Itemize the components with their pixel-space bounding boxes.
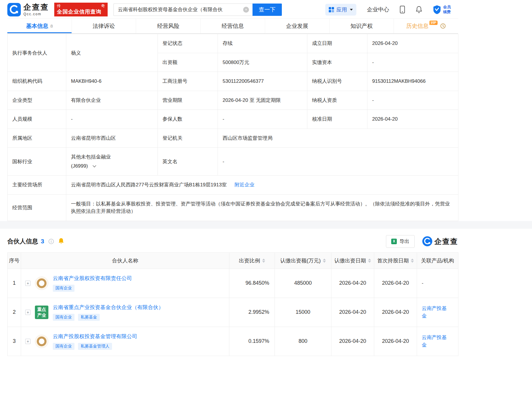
export-button[interactable]: X 导出 bbox=[386, 235, 415, 248]
partner-subscribe-date: 2026-04-20 bbox=[331, 269, 374, 298]
sort-icon[interactable] bbox=[411, 259, 414, 263]
value-capital: 500800万元 bbox=[218, 53, 307, 72]
value-business-scope: 一般项目：以私募基金从事股权投资、投资管理、资产管理等活动（须在中国证券投资基金… bbox=[66, 194, 458, 221]
partner-seq: 1 bbox=[8, 269, 21, 298]
sort-icon[interactable] bbox=[262, 259, 265, 263]
label-executive-partner: 执行事务合伙人 bbox=[8, 34, 66, 72]
caret-down-icon bbox=[350, 9, 353, 11]
value-insured-count: - bbox=[218, 110, 307, 129]
logo-text: 重点 bbox=[37, 306, 46, 312]
section-tabs: 基本信息 8 法律诉讼 经营风险 经营信息 企业发展 知识产权 历史信息 VIP bbox=[7, 18, 458, 34]
excel-icon: X bbox=[391, 239, 397, 244]
value-english-name: - bbox=[218, 148, 458, 176]
partner-name-link[interactable]: 云南产投股权投资基金管理有限公司 bbox=[53, 333, 137, 340]
label-english-name: 英文名 bbox=[158, 148, 218, 176]
tab-label: 企业发展 bbox=[286, 22, 308, 30]
search-input[interactable] bbox=[113, 4, 253, 16]
partner-ratio: 2.9952% bbox=[229, 298, 275, 327]
related-fund-link[interactable]: 云南产投基金 bbox=[422, 306, 447, 319]
value-registration-authority: 西山区市场监督管理局 bbox=[218, 129, 458, 148]
expand-button[interactable]: + bbox=[25, 339, 31, 344]
label-business-term: 营业期限 bbox=[158, 91, 218, 110]
tab-operation-risk[interactable]: 经营风险 bbox=[136, 19, 201, 33]
info-icon[interactable] bbox=[48, 239, 54, 244]
brand-name: 企查查 bbox=[23, 3, 49, 11]
promo-banner[interactable]: 传 奇 全国企业信用查询 bbox=[54, 3, 108, 16]
tab-history-info[interactable]: 历史信息 VIP bbox=[394, 19, 458, 33]
label-registration-no: 工商注册号 bbox=[158, 72, 218, 91]
phone-icon[interactable] bbox=[400, 6, 405, 14]
sort-icon[interactable] bbox=[323, 259, 326, 263]
expand-button[interactable]: + bbox=[25, 310, 31, 315]
export-label: 导出 bbox=[399, 238, 409, 245]
partner-related: - bbox=[417, 269, 458, 298]
sort-icon[interactable] bbox=[368, 259, 371, 263]
industry-name: 其他未包括金融业 bbox=[71, 153, 153, 161]
partner-logo[interactable]: 重点 产业 bbox=[35, 306, 48, 319]
section-divider bbox=[0, 221, 532, 229]
label-region: 所属地区 bbox=[8, 129, 66, 148]
label-taxpayer-id: 纳税人识别号 bbox=[307, 72, 367, 91]
app-menu[interactable]: 应用 bbox=[325, 4, 356, 16]
partner-name-link[interactable]: 云南省重点产业投资基金合伙企业（有限合伙） bbox=[53, 304, 164, 311]
value-company-type: 有限合伙企业 bbox=[66, 91, 158, 110]
tag-private-fund[interactable]: 私募基金 bbox=[78, 314, 100, 321]
vip-label-line1: 会员 bbox=[443, 5, 451, 10]
tab-label: 基本信息 bbox=[26, 22, 48, 30]
qcc-mini-icon bbox=[422, 236, 432, 246]
value-registration-status: 存续 bbox=[218, 34, 307, 53]
tab-intellectual-property[interactable]: 知识产权 bbox=[330, 19, 394, 33]
tab-count: 8 bbox=[50, 23, 53, 28]
tab-basic-info[interactable]: 基本信息 8 bbox=[7, 19, 72, 33]
value-establish-date: 2026-04-20 bbox=[367, 34, 458, 53]
value-taxpayer-qualification: - bbox=[367, 91, 458, 110]
tag-state-owned[interactable]: 国有企业 bbox=[53, 343, 74, 350]
related-fund-link[interactable]: 云南产投基金 bbox=[422, 335, 447, 348]
partner-logo[interactable] bbox=[35, 335, 48, 348]
expand-button[interactable]: + bbox=[25, 281, 31, 286]
logo-text: 产业 bbox=[37, 312, 46, 318]
enterprise-center-link[interactable]: 企业中心 bbox=[367, 6, 389, 14]
value-region: 云南省昆明市西山区 bbox=[66, 129, 158, 148]
clock-icon bbox=[440, 23, 446, 29]
vip-badge: VIP bbox=[429, 21, 438, 25]
partner-seq: 2 bbox=[8, 298, 21, 327]
tag-private-fund-manager[interactable]: 私募基金管理人 bbox=[78, 343, 112, 350]
partners-title: 合伙人信息 bbox=[7, 237, 38, 245]
tab-enterprise-development[interactable]: 企业发展 bbox=[265, 19, 330, 33]
monitor-bell-icon[interactable] bbox=[58, 238, 64, 245]
tag-state-owned[interactable]: 国有企业 bbox=[53, 314, 74, 321]
value-org-code: MAKBH940-6 bbox=[66, 72, 158, 91]
partners-count: 3 bbox=[41, 238, 44, 245]
tab-business-info[interactable]: 经营信息 bbox=[201, 19, 265, 33]
label-staff-size: 人员规模 bbox=[8, 110, 66, 129]
label-taxpayer-qualification: 纳税人资质 bbox=[307, 91, 367, 110]
promo-char-right: 奇 bbox=[101, 4, 105, 9]
vip-renewal[interactable]: 会员 续费 bbox=[433, 5, 451, 15]
tag-state-owned[interactable]: 国有企业 bbox=[53, 285, 74, 292]
partner-logo[interactable] bbox=[35, 277, 48, 290]
nearby-companies-link[interactable]: 附近企业 bbox=[235, 182, 255, 188]
clear-search-icon[interactable]: × bbox=[243, 7, 249, 13]
label-company-type: 企业类型 bbox=[8, 91, 66, 110]
col-related-product: 关联产品/机构 bbox=[417, 252, 458, 269]
partner-row: 2 + 重点 产业 云南省重点产业投资基金合伙企业（有限合伙） 国有企业 私募基 bbox=[8, 298, 458, 327]
value-staff-size: - bbox=[66, 110, 158, 129]
bell-icon[interactable] bbox=[416, 6, 422, 14]
partners-header: 合伙人信息 3 X 导出 bbox=[7, 235, 458, 248]
basic-info-table: 执行事务合伙人 杨义 登记状态 存续 成立日期 2026-04-20 出资额 5… bbox=[7, 34, 458, 221]
search-button[interactable]: 查一下 bbox=[253, 4, 282, 16]
qcc-logo[interactable]: 企查查 Qcc.com bbox=[7, 3, 49, 16]
partner-name-link[interactable]: 云南省产业股权投资有限责任公司 bbox=[53, 275, 132, 282]
label-main-address: 主要经营场所 bbox=[8, 176, 66, 195]
partner-subscribe-date: 2026-04-20 bbox=[331, 327, 374, 356]
col-seq: 序号 bbox=[8, 252, 21, 269]
tab-legal-litigation[interactable]: 法律诉讼 bbox=[72, 19, 136, 33]
chevron-down-icon[interactable] bbox=[92, 164, 96, 168]
partner-first-hold-date: 2026-04-20 bbox=[374, 327, 417, 356]
promo-char-left: 传 bbox=[57, 4, 61, 9]
partner-amount: 15000 bbox=[275, 298, 331, 327]
tab-label: 历史信息 bbox=[406, 22, 428, 30]
top-bar: 企查查 Qcc.com 传 奇 全国企业信用查询 × 查一下 应用 企业中心 bbox=[0, 0, 458, 18]
top-right-nav: 应用 企业中心 会员 续费 bbox=[325, 4, 451, 16]
